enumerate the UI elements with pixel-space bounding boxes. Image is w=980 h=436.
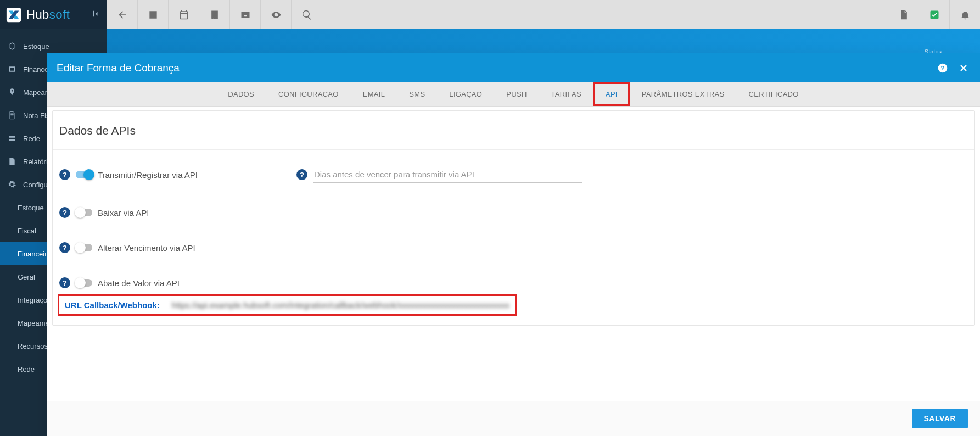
pdf-icon[interactable] <box>888 0 919 29</box>
sidebar-item-label: Financeiro <box>18 250 51 258</box>
tab-configuracao[interactable]: CONFIGURAÇÃO <box>266 82 351 106</box>
tab-tarifas[interactable]: TARIFAS <box>539 82 593 106</box>
section-title: Dados de APIs <box>53 111 974 150</box>
toggle-baixar[interactable] <box>76 209 92 216</box>
help-icon[interactable]: ? <box>59 277 70 288</box>
field-label: Alterar Vencimento via API <box>98 243 195 253</box>
doc-icon <box>8 111 16 120</box>
tab-api[interactable]: API <box>593 82 630 106</box>
sidebar-item-label: Rede <box>23 135 40 143</box>
tab-dados[interactable]: DADOS <box>216 82 266 106</box>
field-alterar: ? Alterar Vencimento via API <box>59 242 195 253</box>
help-icon[interactable]: ? <box>59 169 70 180</box>
sidebar-item-label: Estoque <box>23 42 49 51</box>
field-baixar: ? Baixar via API <box>59 207 149 218</box>
gear-icon <box>8 180 16 189</box>
save-button[interactable]: SALVAR <box>912 409 968 428</box>
logo-text: Hubsoft <box>26 8 70 22</box>
logo-mark-icon <box>5 7 22 23</box>
sidebar-collapse-icon[interactable] <box>92 9 102 21</box>
callback-label: URL Callback/Webhook: <box>65 300 160 310</box>
sidebar-item-label: Geral <box>18 273 35 281</box>
help-icon[interactable]: ? <box>936 62 949 75</box>
calendar-icon[interactable] <box>169 0 199 29</box>
svg-text:$: $ <box>213 12 216 17</box>
tab-ligacao[interactable]: LIGAÇÃO <box>437 82 494 106</box>
sidebar-item-label: Estoque <box>18 204 44 212</box>
callback-url: https://api.example.hubsoft.com/integrat… <box>172 300 509 310</box>
visibility-icon[interactable] <box>261 0 292 29</box>
search-icon[interactable] <box>292 0 322 29</box>
toggle-abate[interactable] <box>76 279 92 287</box>
help-icon[interactable]: ? <box>59 207 70 218</box>
dialog-header: Editar Forma de Cobrança ? <box>47 53 980 82</box>
section-dados-apis: Dados de APIs ? Transmitir/Registrar via… <box>52 110 975 326</box>
close-icon[interactable] <box>957 62 970 75</box>
sidebar-item-label: Fiscal <box>18 227 36 235</box>
input-dias-antes[interactable] <box>313 166 582 183</box>
tab-email[interactable]: EMAIL <box>351 82 397 106</box>
money-icon <box>8 65 16 74</box>
field-label: Baixar via API <box>98 208 149 217</box>
status-ok-icon[interactable] <box>919 0 949 29</box>
stack-icon <box>8 134 16 143</box>
dialog-body: Dados de APIs ? Transmitir/Registrar via… <box>47 107 980 401</box>
field-label: Abate de Valor via API <box>98 278 180 288</box>
tab-parametros-extras[interactable]: PARÂMETROS EXTRAS <box>630 82 737 106</box>
toggle-alterar[interactable] <box>76 244 92 251</box>
field-label: Transmitir/Registrar via API <box>98 170 198 180</box>
tab-certificado[interactable]: CERTIFICADO <box>737 82 811 106</box>
dialog-tabs: DADOS CONFIGURAÇÃO EMAIL SMS LIGAÇÃO PUS… <box>47 82 980 107</box>
pin-icon <box>8 88 16 97</box>
header-ribbon: Status <box>107 29 980 55</box>
help-icon[interactable]: ? <box>296 169 307 180</box>
logo: Hubsoft <box>0 0 107 29</box>
tab-sms[interactable]: SMS <box>397 82 437 106</box>
contact-icon[interactable] <box>138 0 169 29</box>
sidebar-item-label: Rede <box>18 365 35 373</box>
tab-push[interactable]: PUSH <box>494 82 539 106</box>
report-icon <box>8 157 16 166</box>
bell-icon[interactable] <box>949 0 980 29</box>
cube-icon <box>8 42 16 51</box>
field-transmitir: ? Transmitir/Registrar via API <box>59 166 198 183</box>
topbar: $ <box>107 0 980 29</box>
help-icon[interactable]: ? <box>59 242 70 253</box>
toggle-transmitir[interactable] <box>76 171 92 178</box>
dialog-footer: SALVAR <box>47 401 980 436</box>
svg-text:?: ? <box>940 64 944 71</box>
field-dias-antes: ? <box>296 166 582 183</box>
field-abate: ? Abate de Valor via API <box>59 277 180 288</box>
back-button[interactable] <box>107 0 138 29</box>
billing-icon[interactable]: $ <box>199 0 230 29</box>
dialog-title: Editar Forma de Cobrança <box>57 62 180 74</box>
callback-box: URL Callback/Webhook: https://api.exampl… <box>59 296 515 314</box>
inbox-icon[interactable] <box>230 0 261 29</box>
dialog-editar-forma-cobranca: Editar Forma de Cobrança ? DADOS CONFIGU… <box>47 53 980 436</box>
